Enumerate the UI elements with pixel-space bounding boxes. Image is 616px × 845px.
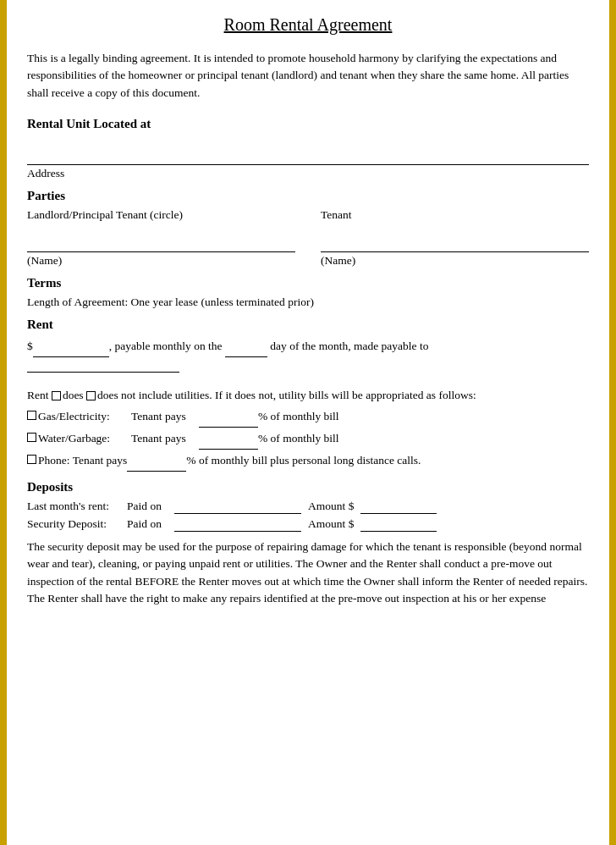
landlord-name-label: (Name) [27, 254, 295, 268]
security-deposit-amount-field [360, 517, 437, 532]
last-month-rent-row: Last month's rent: Paid on Amount $ [27, 500, 589, 514]
payable-to-field [27, 359, 179, 373]
water-label: Water/Garbage: [38, 429, 131, 449]
address-line-field [27, 146, 589, 165]
name-lines-row [27, 237, 589, 252]
payable-monthly-text: , payable monthly on the [109, 340, 225, 352]
parties-labels-row: Landlord/Principal Tenant (circle) Tenan… [27, 208, 589, 222]
water-pays-label: Tenant pays [131, 429, 199, 449]
deposits-section: Deposits Last month's rent: Paid on Amou… [27, 480, 589, 607]
address-label: Address [27, 167, 589, 180]
name-labels-row: (Name) (Name) [27, 254, 589, 268]
tenant-name-label: (Name) [321, 254, 589, 268]
last-month-date-field [174, 500, 301, 514]
document-title: Room Rental Agreement [27, 15, 589, 35]
terms-heading: Terms [27, 276, 589, 290]
water-checkbox [27, 433, 36, 442]
does-not-checkbox [86, 391, 96, 400]
payable-to-line [27, 359, 589, 379]
tenant-name-line [321, 237, 589, 252]
phone-label: Phone: Tenant pays [38, 451, 127, 471]
security-deposit-date-field [174, 517, 301, 532]
gas-electricity-item: Gas/Electricity: Tenant pays % of monthl… [27, 407, 589, 428]
gas-checkbox [27, 411, 36, 420]
utilities-text: Rent does does not include utilities. If… [27, 386, 589, 405]
last-month-paid-label: Paid on [127, 500, 168, 513]
security-deposit-label: Security Deposit: [27, 517, 120, 531]
rent-section: Rent $ , payable monthly on the day of t… [27, 318, 589, 472]
deposits-content: Last month's rent: Paid on Amount $ Secu… [27, 500, 589, 607]
rent-heading: Rent [27, 318, 589, 332]
rent-line1: $ , payable monthly on the day of the mo… [27, 337, 589, 357]
terms-length-text: Length of Agreement: One year lease (unl… [27, 295, 589, 309]
gas-pct-field [199, 407, 258, 428]
security-deposit-paid-label: Paid on [127, 517, 168, 531]
security-deposit-text: The security deposit may be used for the… [27, 538, 589, 607]
terms-section: Terms Length of Agreement: One year leas… [27, 276, 589, 309]
phone-pct-suffix: % of monthly bill plus personal long dis… [186, 451, 421, 471]
security-deposit-amount-label: Amount $ [308, 517, 354, 531]
rent-content: $ , payable monthly on the day of the mo… [27, 337, 589, 472]
tenant-col-label: Tenant [321, 208, 589, 222]
last-month-amount-field [360, 500, 437, 514]
right-border [609, 0, 616, 845]
intro-paragraph: This is a legally binding agreement. It … [27, 50, 589, 102]
landlord-name-line [27, 237, 295, 252]
does-checkbox [52, 391, 61, 400]
day-of-month-text: day of the month, made payable to [267, 340, 428, 352]
phone-pct-field [127, 451, 186, 472]
document-content: Room Rental Agreement This is a legally … [7, 0, 609, 845]
deposits-heading: Deposits [27, 480, 589, 494]
rental-unit-section: Rental Unit Located at Address [27, 117, 589, 180]
water-pct-field [199, 429, 258, 450]
gas-pays-label: Tenant pays [131, 407, 199, 427]
water-garbage-item: Water/Garbage: Tenant pays % of monthly … [27, 429, 589, 450]
day-field [225, 337, 267, 357]
phone-checkbox [27, 455, 36, 464]
rent-amount-field [33, 337, 109, 357]
dollar-sign: $ [27, 340, 33, 352]
parties-section: Parties Landlord/Principal Tenant (circl… [27, 189, 589, 268]
left-border [0, 0, 7, 845]
utilities-list: Gas/Electricity: Tenant pays % of monthl… [27, 407, 589, 472]
gas-label: Gas/Electricity: [38, 407, 131, 427]
gas-pct-suffix: % of monthly bill [258, 407, 339, 427]
parties-heading: Parties [27, 189, 589, 203]
rental-unit-heading: Rental Unit Located at [27, 117, 589, 131]
last-month-amount-label: Amount $ [308, 500, 354, 513]
water-pct-suffix: % of monthly bill [258, 429, 339, 449]
phone-item: Phone: Tenant pays % of monthly bill plu… [27, 451, 589, 472]
security-deposit-row: Security Deposit: Paid on Amount $ [27, 517, 589, 532]
last-month-label: Last month's rent: [27, 500, 120, 513]
landlord-col-label: Landlord/Principal Tenant (circle) [27, 208, 295, 222]
